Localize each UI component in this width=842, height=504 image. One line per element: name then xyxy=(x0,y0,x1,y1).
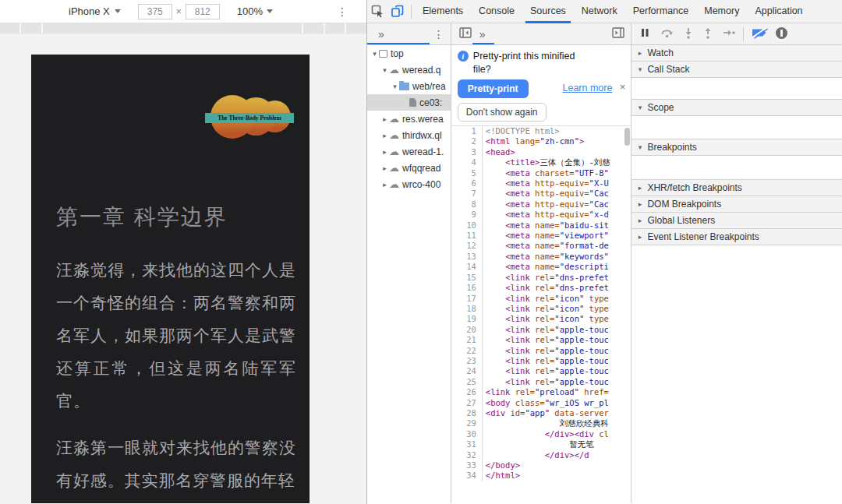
sidebar-section-header[interactable]: ▾Scope xyxy=(632,100,842,116)
tree-right-arrow-icon: ▸ xyxy=(635,217,644,224)
line-number[interactable]: 29 xyxy=(451,418,483,428)
learn-more-link[interactable]: Learn more xyxy=(563,83,613,93)
line-content: <link rel="apple-touc xyxy=(483,325,609,335)
viewport-width-input[interactable] xyxy=(138,4,172,19)
more-tabs-icon[interactable]: » xyxy=(378,28,384,41)
line-number[interactable]: 4 xyxy=(451,157,483,167)
infobar-message: Pretty-print this minified file? xyxy=(473,50,590,76)
tab-sources[interactable]: Sources xyxy=(522,0,574,23)
line-number[interactable]: 27 xyxy=(451,398,483,408)
line-content: <head> xyxy=(483,147,515,157)
line-number[interactable]: 7 xyxy=(451,189,483,199)
line-number[interactable]: 14 xyxy=(451,262,483,272)
line-number[interactable]: 10 xyxy=(451,220,483,231)
line-number[interactable]: 6 xyxy=(451,178,483,189)
tree-right-arrow-icon[interactable]: ▸ xyxy=(380,132,389,139)
tab-console[interactable]: Console xyxy=(471,0,522,23)
line-number[interactable]: 18 xyxy=(451,304,483,314)
line-number[interactable]: 34 xyxy=(451,471,483,481)
tab-network[interactable]: Network xyxy=(574,0,625,23)
line-number[interactable]: 16 xyxy=(451,283,483,293)
line-number[interactable]: 1 xyxy=(451,126,483,136)
step-icon[interactable] xyxy=(723,27,735,41)
close-icon[interactable]: × xyxy=(620,81,626,93)
line-number[interactable]: 11 xyxy=(451,231,483,241)
sidebar-section-header[interactable]: ▸Global Listeners xyxy=(632,213,842,229)
step-into-icon[interactable] xyxy=(684,27,693,41)
tree-down-arrow-icon[interactable]: ▾ xyxy=(370,50,379,58)
tree-item-wrco-400[interactable]: ▸☁wrco-400 xyxy=(367,176,451,192)
line-number[interactable]: 30 xyxy=(451,429,483,439)
tree-right-arrow-icon[interactable]: ▸ xyxy=(380,164,389,172)
tree-right-arrow-icon[interactable]: ▸ xyxy=(380,181,389,189)
line-number[interactable]: 9 xyxy=(451,210,483,220)
tab-memory[interactable]: Memory xyxy=(696,0,747,23)
tree-item-ce03-[interactable]: ce03: xyxy=(367,94,451,111)
tree-right-arrow-icon[interactable]: ▸ xyxy=(380,148,389,156)
sidebar-section-header[interactable]: ▸XHR/fetch Breakpoints xyxy=(632,180,842,196)
line-number[interactable]: 13 xyxy=(451,252,483,262)
scrollbar-thumb[interactable] xyxy=(624,128,630,146)
code-line-15: 15 <link rel="dns-prefet xyxy=(451,273,632,283)
line-number[interactable]: 32 xyxy=(451,450,483,460)
hide-navigator-icon[interactable] xyxy=(459,27,472,41)
viewport-height-input[interactable] xyxy=(186,4,220,19)
tree-item-weread-q[interactable]: ▾☁weread.q xyxy=(367,62,451,78)
line-number[interactable]: 22 xyxy=(451,346,483,356)
line-number[interactable]: 28 xyxy=(451,408,483,418)
tree-item-web-rea[interactable]: ▾web/rea xyxy=(367,78,451,94)
tab-performance[interactable]: Performance xyxy=(625,0,697,23)
line-number[interactable]: 3 xyxy=(451,147,483,157)
media-query-bar[interactable] xyxy=(0,23,366,34)
line-number[interactable]: 2 xyxy=(451,136,483,146)
code-line-25: 25 <link rel="apple-touc xyxy=(451,377,632,387)
sidebar-section-header[interactable]: ▾Breakpoints xyxy=(632,139,842,156)
zoom-select[interactable]: 100% xyxy=(237,5,273,17)
line-number[interactable]: 26 xyxy=(451,387,483,397)
tree-item-thirdwx-ql[interactable]: ▸☁thirdwx.ql xyxy=(367,127,451,143)
tree-item-res-werea[interactable]: ▸☁res.werea xyxy=(367,111,451,127)
show-debugger-sidebar-icon[interactable] xyxy=(612,27,624,41)
line-number[interactable]: 33 xyxy=(451,460,483,471)
tree-down-arrow-icon[interactable]: ▾ xyxy=(391,83,399,90)
tree-item-weread-1-[interactable]: ▸☁weread-1. xyxy=(367,143,451,160)
line-number[interactable]: 25 xyxy=(451,377,483,387)
deactivate-breakpoints-icon[interactable] xyxy=(751,26,769,41)
step-over-icon[interactable] xyxy=(660,27,674,41)
pause-on-exceptions-icon[interactable] xyxy=(775,26,788,42)
line-number[interactable]: 5 xyxy=(451,168,483,178)
device-select[interactable]: iPhone X xyxy=(69,5,121,17)
line-number[interactable]: 12 xyxy=(451,241,483,251)
line-number[interactable]: 31 xyxy=(451,439,483,449)
navigator-more-icon[interactable]: ⋮ xyxy=(433,30,444,38)
pretty-print-button[interactable]: Pretty-print xyxy=(458,79,529,98)
line-number[interactable]: 24 xyxy=(451,366,483,376)
line-number[interactable]: 20 xyxy=(451,325,483,335)
device-toolbar-toggle-icon[interactable] xyxy=(387,2,408,22)
sidebar-section-header[interactable]: ▸Watch xyxy=(632,45,842,62)
sidebar-section-header[interactable]: ▾Call Stack xyxy=(632,62,842,78)
line-number[interactable]: 23 xyxy=(451,356,483,366)
tab-application[interactable]: Application xyxy=(747,0,810,23)
dont-show-again-button[interactable]: Don't show again xyxy=(458,103,547,122)
code-line-24: 24 <link rel="apple-touc xyxy=(451,366,632,376)
code-editor[interactable]: 1<!DOCTYPE html>2<html lang="zh-cmn">3<h… xyxy=(451,126,632,502)
line-content: <meta http-equiv="x-d xyxy=(483,210,609,220)
line-number[interactable]: 8 xyxy=(451,199,483,210)
sidebar-section-header[interactable]: ▸DOM Breakpoints xyxy=(632,196,842,213)
pause-script-icon[interactable] xyxy=(639,27,650,41)
inspect-element-icon[interactable] xyxy=(367,2,387,22)
line-number[interactable]: 21 xyxy=(451,335,483,345)
tree-right-arrow-icon[interactable]: ▸ xyxy=(380,115,389,123)
sidebar-section-header[interactable]: ▸Event Listener Breakpoints xyxy=(632,229,842,245)
step-out-icon[interactable] xyxy=(703,27,713,41)
device-toolbar-more-icon[interactable]: ⋮ xyxy=(337,8,348,16)
line-number[interactable]: 19 xyxy=(451,314,483,324)
tab-elements[interactable]: Elements xyxy=(415,0,471,23)
tree-down-arrow-icon[interactable]: ▾ xyxy=(380,66,389,74)
more-tabs-icon[interactable]: » xyxy=(479,28,486,41)
line-number[interactable]: 15 xyxy=(451,273,483,283)
tree-item-top[interactable]: ▾top xyxy=(367,45,451,62)
line-number[interactable]: 17 xyxy=(451,294,483,304)
tree-item-wfqqread[interactable]: ▸☁wfqqread xyxy=(367,160,451,176)
